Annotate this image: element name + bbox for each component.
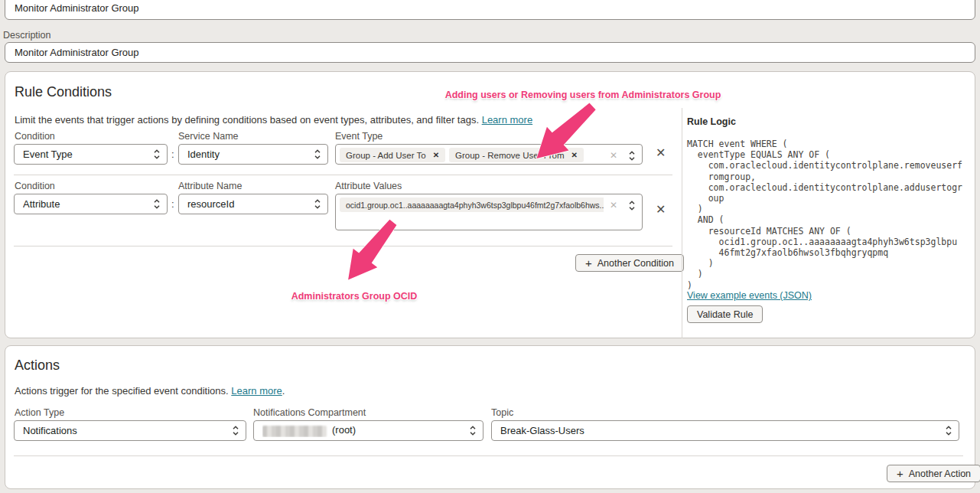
event-type-multiselect[interactable]: Group - Add User To ✕ Group - Remove Use… <box>335 144 643 165</box>
event-type-label: Event Type <box>335 131 383 142</box>
condition-label: Condition <box>15 181 55 191</box>
chevron-updown-icon <box>153 198 161 210</box>
chevron-updown-icon <box>469 425 477 436</box>
attribute-values-label: Attribute Values <box>335 181 402 191</box>
validate-rule-button[interactable]: Validate Rule <box>687 305 763 323</box>
clear-field-icon[interactable]: ✕ <box>610 150 617 161</box>
rule-conditions-panel: Rule Conditions Limit the events that tr… <box>5 71 975 338</box>
rule-logic-code: MATCH event WHERE ( eventType EQUALS ANY… <box>687 139 972 291</box>
topic-select[interactable]: Break-Glass-Users <box>491 420 959 441</box>
event-type-tag: Group - Add User To ✕ <box>340 148 445 162</box>
chevron-updown-icon <box>945 425 952 436</box>
actions-learn-more-link[interactable]: Learn more <box>231 385 282 397</box>
action-type-label: Action Type <box>15 407 64 418</box>
description-label: Description <box>3 30 51 41</box>
row-divider <box>14 175 672 175</box>
notifications-compartment-select[interactable]: (root) <box>253 420 483 441</box>
remove-condition-row-button[interactable]: ✕ <box>656 204 666 216</box>
topic-label: Topic <box>491 407 513 418</box>
service-name-select[interactable]: Identity <box>178 144 328 165</box>
attribute-name-label: Attribute Name <box>178 181 242 191</box>
separator-colon: : <box>171 198 174 210</box>
condition-label: Condition <box>15 131 55 142</box>
rule-logic-title: Rule Logic <box>687 116 736 127</box>
attribute-value-tag: ocid1.group.oc1..aaaaaaaagta4phyh3w6tsp3… <box>340 198 604 212</box>
description-input[interactable] <box>5 42 975 63</box>
separator-colon: : <box>171 149 174 160</box>
remove-tag-icon[interactable]: ✕ <box>433 151 439 159</box>
remove-condition-row-button[interactable]: ✕ <box>656 147 666 159</box>
rule-logic-divider <box>682 108 682 338</box>
remove-tag-icon[interactable]: ✕ <box>571 151 578 159</box>
action-type-select[interactable]: Notifications <box>14 420 246 441</box>
another-action-button[interactable]: + Another Action <box>887 465 980 482</box>
row-divider <box>14 246 672 246</box>
attribute-name-select[interactable]: resourceId <box>178 194 328 214</box>
actions-title: Actions <box>15 358 60 374</box>
condition-type-select[interactable]: Event Type <box>14 144 168 165</box>
plus-icon: + <box>897 468 903 479</box>
rule-conditions-subtitle: Limit the events that trigger actions by… <box>15 114 532 126</box>
chevron-updown-icon <box>314 149 321 160</box>
plus-icon: + <box>585 257 592 269</box>
chevron-updown-icon <box>314 198 321 210</box>
notifications-compartment-label: Notifications Compartment <box>253 407 366 418</box>
condition-type-select[interactable]: Attribute <box>14 194 168 214</box>
actions-divider <box>14 455 963 456</box>
another-condition-button[interactable]: + Another Condition <box>575 254 684 272</box>
rule-name-input[interactable] <box>5 0 975 20</box>
redacted-compartment-name <box>262 426 327 437</box>
service-name-label: Service Name <box>178 131 239 142</box>
clear-field-icon[interactable]: ✕ <box>610 200 617 211</box>
chevron-updown-icon <box>232 425 239 436</box>
rule-conditions-title: Rule Conditions <box>15 84 112 100</box>
chevron-updown-icon <box>628 150 636 162</box>
chevron-updown-icon <box>628 200 636 211</box>
actions-subtitle: Actions trigger for the specified event … <box>15 385 285 397</box>
actions-panel: Actions Actions trigger for the specifie… <box>5 345 975 489</box>
view-example-events-link[interactable]: View example events (JSON) <box>687 290 812 301</box>
conditions-learn-more-link[interactable]: Learn more <box>482 114 532 126</box>
annotation-ocid: Administrators Group OCID <box>289 291 419 302</box>
chevron-updown-icon <box>153 149 161 160</box>
